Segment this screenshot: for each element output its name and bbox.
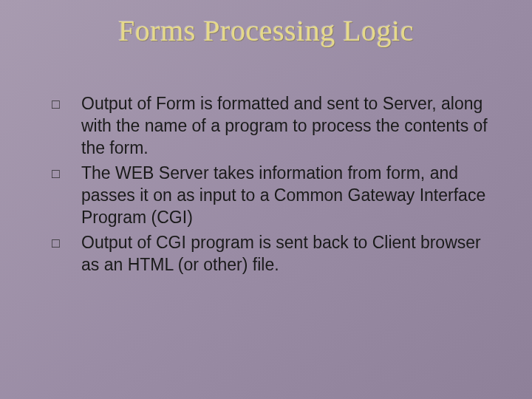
bullet-text: Output of CGI program is sent back to Cl…: [81, 231, 488, 276]
bullet-text: The WEB Server takes information from fo…: [81, 162, 488, 228]
bullet-icon: □: [52, 231, 81, 254]
list-item: □ The WEB Server takes information from …: [52, 162, 488, 228]
bullet-icon: □: [52, 162, 81, 185]
bullet-list: □ Output of Form is formatted and sent t…: [44, 92, 488, 276]
bullet-icon: □: [52, 92, 81, 115]
list-item: □ Output of Form is formatted and sent t…: [52, 92, 488, 159]
slide-title: Forms Processing Logic: [44, 13, 488, 48]
list-item: □ Output of CGI program is sent back to …: [52, 231, 488, 276]
slide: Forms Processing Logic □ Output of Form …: [0, 0, 532, 399]
bullet-text: Output of Form is formatted and sent to …: [81, 92, 488, 159]
